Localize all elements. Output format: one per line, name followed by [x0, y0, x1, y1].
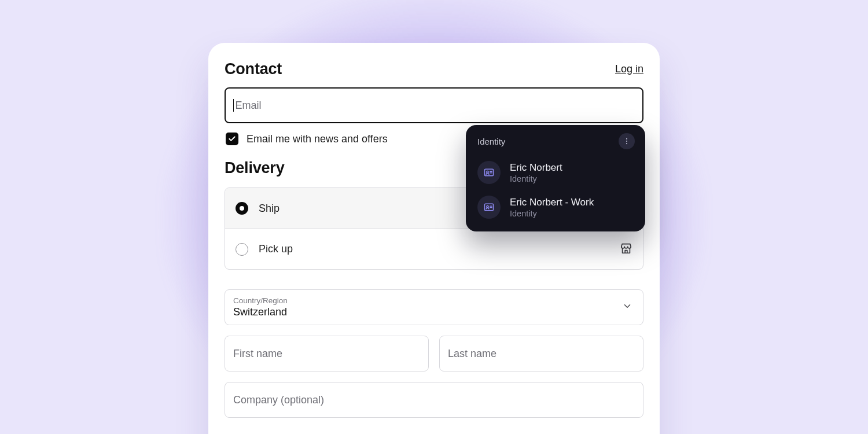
delivery-option-label: Ship: [259, 203, 279, 215]
identity-sub: Identity: [510, 174, 562, 183]
id-card-icon: [477, 196, 501, 219]
radio-icon: [236, 243, 248, 256]
dropdown-title: Identity: [477, 137, 505, 146]
store-icon: [620, 242, 632, 257]
email-field[interactable]: Email: [225, 87, 643, 123]
svg-point-8: [487, 206, 488, 208]
country-select[interactable]: Country/Region Switzerland: [225, 289, 643, 325]
svg-point-0: [626, 138, 627, 139]
identity-sub: Identity: [510, 209, 594, 218]
first-name-field[interactable]: First name: [225, 336, 429, 372]
login-link[interactable]: Log in: [615, 63, 643, 75]
identity-autofill-dropdown: Identity Eric Norbert Identity: [466, 125, 645, 231]
check-icon: [228, 135, 236, 143]
contact-heading: Contact: [225, 60, 282, 78]
identity-name: Eric Norbert - Work: [510, 196, 594, 208]
newsletter-label: Email me with news and offers: [247, 133, 388, 145]
svg-rect-3: [485, 169, 494, 176]
svg-point-1: [626, 141, 627, 142]
checkout-card: Contact Log in Email Email me with news …: [208, 43, 660, 434]
chevron-down-icon: [622, 301, 632, 314]
contact-header: Contact Log in: [225, 60, 643, 78]
company-placeholder: Company (optional): [233, 394, 324, 406]
identity-name: Eric Norbert: [510, 161, 562, 174]
email-placeholder: Email: [235, 100, 261, 112]
first-name-placeholder: First name: [233, 348, 282, 360]
id-card-icon: [477, 161, 501, 184]
dots-vertical-icon: [623, 137, 631, 145]
text-caret: [233, 99, 234, 112]
more-options-button[interactable]: [619, 133, 635, 149]
company-field[interactable]: Company (optional): [225, 382, 643, 418]
radio-icon: [236, 202, 248, 215]
identity-item[interactable]: Eric Norbert Identity: [473, 155, 638, 190]
country-label: Country/Region: [233, 296, 288, 305]
identity-item[interactable]: Eric Norbert - Work Identity: [473, 190, 638, 225]
newsletter-checkbox[interactable]: [226, 133, 238, 145]
last-name-placeholder: Last name: [448, 348, 496, 360]
svg-point-4: [487, 171, 488, 173]
delivery-option-label: Pick up: [259, 243, 293, 255]
last-name-field[interactable]: Last name: [439, 336, 643, 372]
svg-rect-7: [485, 204, 494, 211]
svg-point-2: [626, 143, 627, 144]
delivery-option-pickup[interactable]: Pick up: [225, 229, 643, 269]
country-value: Switzerland: [233, 306, 287, 318]
